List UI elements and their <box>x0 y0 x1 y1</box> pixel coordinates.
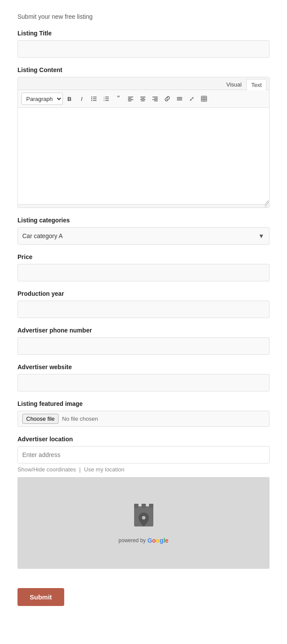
page-subtitle: Submit your new free listing <box>17 13 270 20</box>
file-name-display: No file chosen <box>62 415 98 422</box>
tab-visual[interactable]: Visual <box>221 79 246 90</box>
svg-rect-27 <box>201 96 207 101</box>
listing-title-group: Listing Title <box>17 30 270 58</box>
featured-image-group: Listing featured image Choose file No fi… <box>17 400 270 427</box>
svg-rect-36 <box>149 504 153 508</box>
advertiser-website-input[interactable] <box>17 374 270 391</box>
use-my-location-link[interactable]: Use my location <box>84 466 124 473</box>
price-label: Price <box>17 253 270 260</box>
listing-categories-group: Listing categories Car category A Car ca… <box>17 217 270 245</box>
svg-text:3: 3 <box>104 100 105 102</box>
svg-point-4 <box>91 98 92 99</box>
tab-text[interactable]: Text <box>246 79 266 90</box>
svg-rect-34 <box>134 504 138 508</box>
address-input[interactable] <box>17 446 270 464</box>
listing-content-group: Listing Content Visual Text Paragraph B … <box>17 66 270 208</box>
advertiser-phone-label: Advertiser phone number <box>17 327 270 334</box>
svg-point-3 <box>91 97 92 97</box>
svg-point-5 <box>91 100 92 101</box>
location-links: Show/Hide coordinates | Use my location <box>17 466 270 473</box>
advertiser-location-group: Advertiser location Show/Hide coordinate… <box>17 436 270 569</box>
listing-title-input[interactable] <box>17 40 270 58</box>
unordered-list-button[interactable] <box>88 93 100 104</box>
powered-by-text: powered by Google <box>118 537 168 544</box>
production-year-input[interactable] <box>17 301 270 318</box>
listing-categories-label: Listing categories <box>17 217 270 224</box>
content-editor: Visual Text Paragraph B I <box>17 77 270 208</box>
editor-content-area[interactable] <box>18 108 269 204</box>
show-hide-coordinates-link[interactable]: Show/Hide coordinates <box>17 466 76 473</box>
submit-button[interactable]: Submit <box>17 588 64 606</box>
editor-tabs: Visual Text <box>18 77 269 90</box>
table-button[interactable] <box>198 93 210 104</box>
ordered-list-button[interactable]: 1 2 3 <box>100 93 112 104</box>
paragraph-select[interactable]: Paragraph <box>21 93 63 105</box>
listing-content-label: Listing Content <box>17 66 270 73</box>
categories-select-wrapper: Car category A Car category B Car catego… <box>17 227 270 245</box>
horizontal-rule-button[interactable] <box>174 93 185 104</box>
advertiser-website-group: Advertiser website <box>17 364 270 391</box>
price-input[interactable] <box>17 264 270 281</box>
file-input-wrapper: Choose file No file chosen <box>17 411 270 427</box>
bold-button[interactable]: B <box>64 93 75 104</box>
link-separator: | <box>79 466 82 473</box>
editor-resize-handle[interactable]: ⠿ <box>18 204 269 208</box>
editor-toolbar: Paragraph B I 1 <box>18 90 269 108</box>
categories-select[interactable]: Car category A Car category B Car catego… <box>17 227 270 245</box>
advertiser-location-label: Advertiser location <box>17 436 270 443</box>
resize-dots-icon: ⠿ <box>264 204 267 208</box>
production-year-label: Production year <box>17 290 270 297</box>
align-center-button[interactable] <box>137 93 149 104</box>
svg-rect-35 <box>142 504 146 508</box>
fullscreen-button[interactable]: ⤢ <box>186 93 197 104</box>
advertiser-website-label: Advertiser website <box>17 364 270 370</box>
blockquote-button[interactable]: " <box>113 93 124 104</box>
italic-button[interactable]: I <box>76 93 87 104</box>
map-container: powered by Google <box>17 477 270 569</box>
featured-image-label: Listing featured image <box>17 400 270 407</box>
listing-title-label: Listing Title <box>17 30 270 37</box>
advertiser-phone-input[interactable] <box>17 337 270 355</box>
google-logo: Google <box>147 537 168 544</box>
price-group: Price <box>17 253 270 281</box>
advertiser-phone-group: Advertiser phone number <box>17 327 270 355</box>
align-left-button[interactable] <box>125 93 136 104</box>
choose-file-button[interactable]: Choose file <box>22 414 59 424</box>
map-pin-icon <box>131 502 157 532</box>
link-button[interactable] <box>162 93 173 104</box>
align-right-button[interactable] <box>149 93 161 104</box>
production-year-group: Production year <box>17 290 270 318</box>
